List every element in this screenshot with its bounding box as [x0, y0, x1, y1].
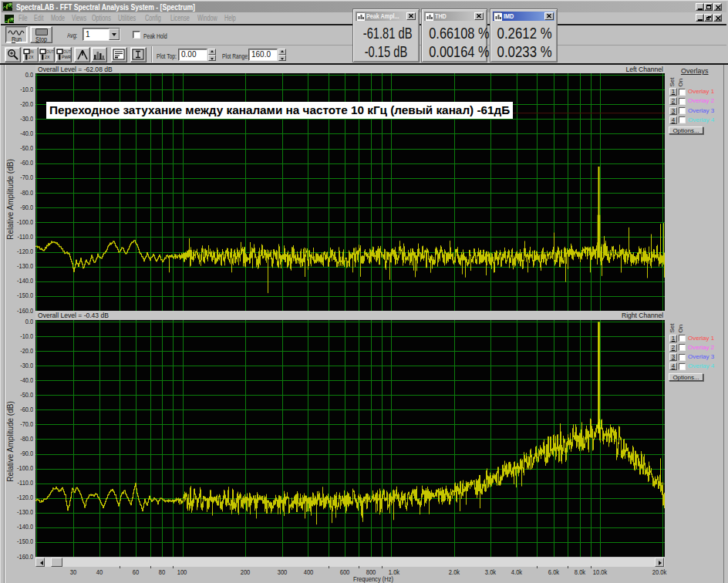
svg-text:2X: 2X: [29, 55, 34, 59]
svg-text:OUT: OUT: [63, 50, 71, 54]
svg-text:OUT: OUT: [46, 50, 54, 54]
svg-text:IN: IN: [30, 50, 34, 54]
svg-text:2X: 2X: [45, 55, 50, 59]
svg-text:PWR: PWR: [62, 55, 71, 59]
